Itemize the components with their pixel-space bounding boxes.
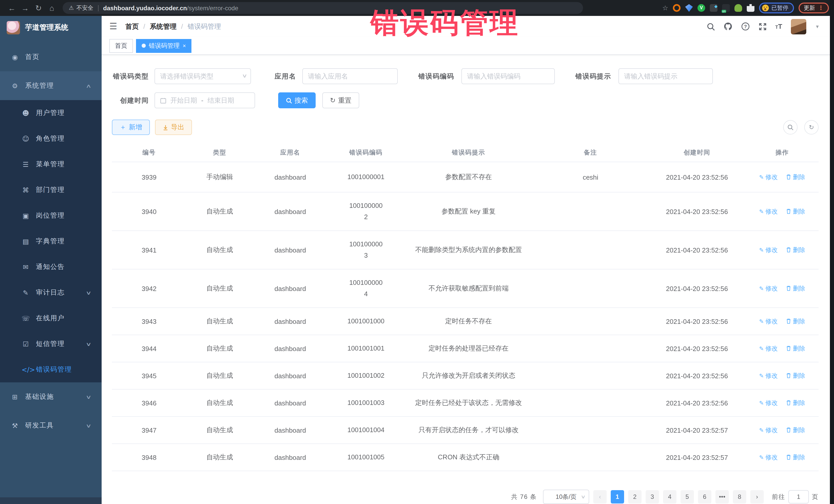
tag-view-tab[interactable]: 首页 × bbox=[109, 39, 133, 52]
reset-button[interactable]: ↻ 重置 bbox=[322, 92, 359, 108]
sidebar-item-home[interactable]: ◉ 首页 bbox=[0, 43, 102, 71]
error-msg-label: 错误码提示 bbox=[575, 72, 611, 81]
error-msg-input[interactable] bbox=[618, 68, 713, 84]
trash-icon bbox=[786, 454, 791, 460]
sidebar-item-menus[interactable]: ☰ 菜单管理 bbox=[0, 151, 102, 177]
sidebar-item-dev-tools[interactable]: ⚒ 研发工具 ∨ bbox=[0, 411, 102, 440]
extension-icon[interactable] bbox=[734, 4, 742, 12]
sidebar-item-sms[interactable]: ☑ 短信管理 ∨ bbox=[0, 331, 102, 357]
close-icon[interactable]: × bbox=[183, 43, 186, 49]
edit-link[interactable]: ✎修改 bbox=[759, 207, 777, 215]
page-button[interactable]: 5 bbox=[681, 490, 694, 503]
forward-icon[interactable]: → bbox=[19, 0, 32, 16]
cell-time: 2021-04-20 23:52:57 bbox=[648, 416, 746, 444]
sidebar-item-notice[interactable]: ✉ 通知公告 bbox=[0, 254, 102, 280]
reload-icon[interactable]: ↻ bbox=[32, 0, 45, 16]
error-code-input[interactable] bbox=[461, 68, 555, 84]
sidebar-item-system[interactable]: ⚙ 系统管理 ∧ bbox=[0, 71, 102, 100]
extension-icon[interactable] bbox=[673, 4, 681, 12]
edit-link[interactable]: ✎修改 bbox=[759, 372, 777, 379]
sidebar-item-posts[interactable]: ▣ 岗位管理 bbox=[0, 203, 102, 228]
edit-link[interactable]: ✎修改 bbox=[759, 173, 777, 180]
delete-link[interactable]: 删除 bbox=[786, 246, 805, 253]
extension-icon[interactable] bbox=[710, 4, 718, 12]
edit-link[interactable]: ✎修改 bbox=[759, 454, 777, 461]
page-button[interactable]: 8 bbox=[733, 490, 746, 503]
back-icon[interactable]: ← bbox=[5, 0, 19, 16]
delete-link[interactable]: 删除 bbox=[786, 207, 805, 215]
sidebar-item-users[interactable]: ☻ 用户管理 bbox=[0, 100, 102, 126]
sidebar-item-dictionary[interactable]: ▤ 字典管理 bbox=[0, 228, 102, 254]
sidebar-item-audit-log[interactable]: ✎ 审计日志 ∨ bbox=[0, 280, 102, 305]
github-icon[interactable] bbox=[723, 22, 732, 31]
edit-link[interactable]: ✎修改 bbox=[759, 426, 777, 434]
page-size-select[interactable]: 10条/页 ∨ bbox=[543, 490, 589, 504]
page-button[interactable]: 1 bbox=[611, 490, 624, 503]
extension-on-icon[interactable] bbox=[722, 4, 730, 12]
edit-link[interactable]: ✎修改 bbox=[759, 317, 777, 325]
delete-link[interactable]: 删除 bbox=[786, 285, 805, 292]
extension-icon[interactable]: V bbox=[698, 4, 705, 12]
page-button[interactable]: 2 bbox=[628, 490, 641, 503]
delete-link[interactable]: 删除 bbox=[786, 399, 805, 406]
page-button[interactable]: 3 bbox=[646, 490, 659, 503]
edit-pencil-icon: ✎ bbox=[759, 174, 764, 180]
delete-link[interactable]: 删除 bbox=[786, 345, 805, 352]
fullscreen-icon[interactable] bbox=[758, 22, 767, 30]
extension-icon[interactable] bbox=[685, 4, 693, 12]
breadcrumb-home[interactable]: 首页 bbox=[126, 22, 139, 31]
delete-link[interactable]: 删除 bbox=[786, 454, 805, 461]
delete-link[interactable]: 删除 bbox=[786, 426, 805, 434]
page-button[interactable]: 6 bbox=[698, 490, 711, 503]
add-button[interactable]: ＋ 新增 bbox=[112, 119, 150, 135]
prev-page-button[interactable]: ‹ bbox=[593, 490, 607, 503]
notice-icon: ✉ bbox=[22, 263, 30, 271]
sidebar-item-departments[interactable]: ⌘ 部门管理 bbox=[0, 177, 102, 203]
chevron-down-icon[interactable]: ▼ bbox=[815, 24, 820, 29]
delete-link[interactable]: 删除 bbox=[786, 372, 805, 379]
delete-link[interactable]: 删除 bbox=[786, 173, 805, 180]
breadcrumb-system[interactable]: 系统管理 bbox=[150, 22, 177, 31]
window-scrollbar[interactable] bbox=[830, 0, 834, 504]
next-page-button[interactable]: › bbox=[750, 490, 764, 503]
table-row: 3948 自动生成 dashboard 1001001005 CRON 表达式不… bbox=[112, 444, 819, 471]
delete-link[interactable]: 删除 bbox=[786, 317, 805, 325]
sidebar-item-infrastructure[interactable]: ⊞ 基础设施 ∨ bbox=[0, 382, 102, 411]
goto-page-input[interactable] bbox=[788, 490, 809, 503]
export-button[interactable]: 导出 bbox=[155, 119, 192, 135]
page-button[interactable]: 4 bbox=[663, 490, 676, 503]
hamburger-icon[interactable]: ☰ bbox=[109, 21, 117, 32]
toggle-search-button[interactable] bbox=[783, 120, 797, 134]
edit-link[interactable]: ✎修改 bbox=[759, 399, 777, 406]
bookmark-star-icon[interactable]: ☆ bbox=[662, 4, 668, 12]
error-type-select[interactable] bbox=[154, 68, 251, 84]
refresh-table-button[interactable]: ↻ bbox=[804, 120, 819, 134]
address-bar[interactable]: ⚠ 不安全 dashboard.yudao.iocoder.cn/system/… bbox=[63, 2, 583, 14]
font-size-icon[interactable]: TT bbox=[775, 23, 782, 30]
sidebar-item-error-code[interactable]: </> 错误码管理 bbox=[0, 357, 102, 382]
help-icon[interactable]: ? bbox=[741, 22, 750, 31]
table-row: 3945 自动生成 dashboard 1001001002 只允许修改为开启或… bbox=[112, 362, 819, 389]
sidebar-item-roles[interactable]: ☺ 角色管理 bbox=[0, 126, 102, 151]
extensions-puzzle-icon[interactable] bbox=[747, 4, 754, 12]
user-avatar[interactable] bbox=[791, 19, 806, 34]
cell-operations: ✎修改 删除 bbox=[746, 162, 819, 192]
edit-link[interactable]: ✎修改 bbox=[759, 285, 777, 292]
search-icon[interactable] bbox=[706, 22, 715, 30]
sidebar-collapse-bar[interactable] bbox=[0, 497, 102, 504]
browser-update-button[interactable]: 更新 ⋮ bbox=[798, 3, 829, 13]
home-icon[interactable]: ⌂ bbox=[45, 0, 59, 16]
edit-link[interactable]: ✎修改 bbox=[759, 345, 777, 352]
sidebar-item-label: 通知公告 bbox=[36, 262, 90, 271]
edit-link[interactable]: ✎修改 bbox=[759, 246, 777, 253]
paused-extension-pill[interactable]: 已暂停 bbox=[759, 3, 794, 13]
search-button[interactable]: 搜索 bbox=[278, 92, 316, 108]
app-logo[interactable]: 芋道管理系统 bbox=[0, 16, 102, 40]
sidebar-item-online-users[interactable]: ☏ 在线用户 bbox=[0, 305, 102, 331]
chevron-icon: ∨ bbox=[85, 341, 91, 347]
browser-menu-dots-icon[interactable]: ⋮ bbox=[818, 5, 824, 11]
app-name-input[interactable] bbox=[302, 68, 398, 84]
page-button[interactable]: ••• bbox=[716, 490, 729, 503]
tag-view-tab[interactable]: 错误码管理 × bbox=[136, 39, 192, 52]
date-range-picker[interactable]: 开始日期 - 结束日期 bbox=[154, 92, 255, 108]
